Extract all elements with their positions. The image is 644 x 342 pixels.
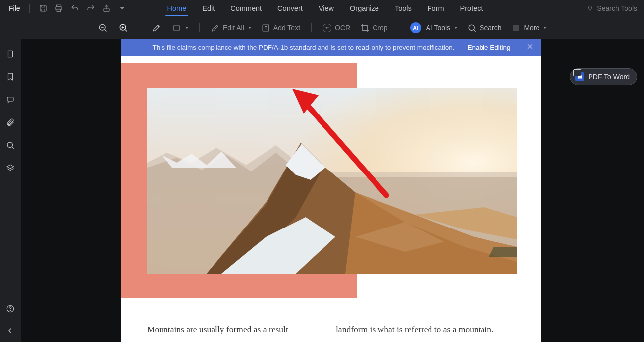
pdf-to-word-button[interactable]: W PDF To Word: [570, 68, 637, 85]
share-icon[interactable]: [100, 2, 113, 15]
svg-point-13: [7, 142, 13, 148]
chevron-down-icon: ▾: [544, 25, 546, 30]
tab-organize[interactable]: Organize: [349, 0, 380, 17]
help-icon[interactable]: [5, 303, 16, 314]
print-icon[interactable]: [53, 2, 65, 15]
document-area[interactable]: This file claims compliance with the PDF…: [21, 39, 644, 342]
banner-message: This file claims compliance with the PDF…: [152, 44, 454, 51]
layers-icon[interactable]: [5, 163, 16, 173]
ai-tools-label: AI Tools: [426, 24, 451, 32]
search-tool[interactable]: Search: [464, 23, 504, 33]
zoom-in-icon[interactable]: [115, 19, 132, 36]
tab-convert[interactable]: Convert: [276, 0, 304, 17]
zoom-out-icon[interactable]: [94, 19, 111, 36]
tab-edit[interactable]: Edit: [201, 0, 215, 17]
divider: [311, 23, 312, 32]
dropdown-icon[interactable]: [116, 2, 129, 15]
divider: [29, 4, 30, 13]
svg-point-15: [10, 310, 10, 311]
svg-point-5: [589, 6, 592, 9]
undo-icon[interactable]: [68, 2, 81, 15]
pdf-page: Mountains are usually formed as a result…: [121, 39, 541, 342]
tab-tools[interactable]: Tools: [394, 0, 413, 17]
highlighter-icon[interactable]: [148, 19, 165, 36]
thumbnails-icon[interactable]: [5, 49, 16, 59]
divider: [199, 23, 200, 32]
left-sidebar: [0, 39, 21, 342]
tab-view[interactable]: View: [318, 0, 335, 17]
redo-icon[interactable]: [84, 2, 97, 15]
workspace: This file claims compliance with the PDF…: [0, 39, 644, 342]
file-menu[interactable]: File: [7, 4, 22, 12]
pdf-to-word-label: PDF To Word: [588, 73, 630, 81]
crop-label: Crop: [373, 24, 387, 32]
search-tools[interactable]: Search Tools: [586, 4, 637, 12]
search-tools-label: Search Tools: [597, 4, 637, 12]
lightbulb-icon: [586, 4, 594, 12]
svg-rect-12: [7, 97, 13, 101]
collapse-icon[interactable]: [5, 325, 16, 336]
pdfa-banner: This file claims compliance with the PDF…: [121, 39, 541, 56]
crop-tool[interactable]: Crop: [357, 23, 390, 33]
add-text-label: Add Text: [273, 24, 300, 32]
save-icon[interactable]: [37, 2, 50, 15]
svg-rect-8: [174, 25, 179, 30]
svg-rect-11: [8, 51, 13, 57]
tab-home[interactable]: Home: [166, 0, 188, 17]
tab-comment[interactable]: Comment: [229, 0, 263, 17]
find-icon[interactable]: [5, 140, 16, 151]
tab-form[interactable]: Form: [427, 0, 445, 17]
svg-rect-0: [40, 5, 46, 11]
ocr-tool[interactable]: OCR: [320, 23, 353, 33]
more-label: More: [524, 24, 539, 32]
edit-all-label: Edit All: [223, 24, 244, 32]
toolbar: ▾ Edit All ▾ Add Text OCR Crop AI AI Too…: [0, 17, 644, 39]
add-text-tool[interactable]: Add Text: [258, 23, 303, 33]
bookmarks-icon[interactable]: [5, 71, 16, 82]
ai-tools[interactable]: AI AI Tools ▾: [407, 22, 461, 33]
main-tabs: Home Edit Comment Convert View Organize …: [166, 0, 484, 17]
ai-badge-icon: AI: [410, 22, 421, 33]
top-menubar: File Home Edit Comment Convert View Orga…: [0, 0, 644, 17]
attachments-icon[interactable]: [5, 117, 16, 128]
close-icon[interactable]: [526, 43, 534, 52]
shape-tool[interactable]: ▾: [169, 23, 191, 33]
search-label: Search: [480, 24, 501, 32]
body-text: Mountains are usually formed as a result…: [147, 324, 517, 335]
svg-rect-3: [57, 9, 61, 12]
edit-all-tool[interactable]: Edit All ▾: [208, 23, 254, 33]
text-col-2: landform is what is referred to as a mou…: [336, 324, 517, 335]
divider: [140, 23, 140, 32]
chevron-down-icon: ▾: [249, 25, 251, 30]
chevron-down-icon: ▾: [455, 25, 457, 30]
comments-icon[interactable]: [5, 94, 16, 105]
mountain-image: [147, 88, 517, 274]
text-col-1: Mountains are usually formed as a result: [147, 324, 308, 335]
divider: [399, 23, 399, 32]
more-tool[interactable]: More ▾: [508, 23, 549, 33]
ocr-label: OCR: [335, 24, 350, 32]
svg-point-10: [469, 25, 474, 30]
enable-editing-link[interactable]: Enable Editing: [467, 44, 510, 51]
tab-protect[interactable]: Protect: [459, 0, 484, 17]
word-icon: W: [575, 72, 584, 81]
chevron-down-icon: ▾: [186, 25, 188, 30]
